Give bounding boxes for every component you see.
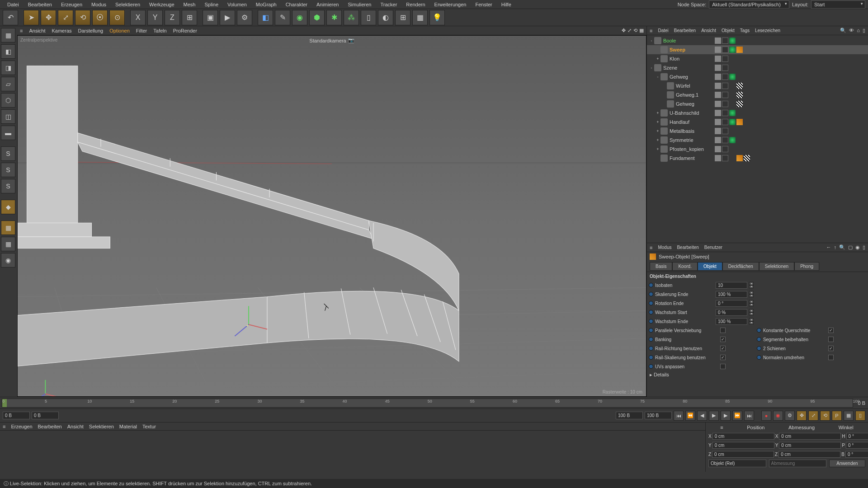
coord-pos-input[interactable] — [712, 433, 774, 440]
tree-item-label[interactable]: Symmetrie — [670, 137, 693, 143]
tree-item-label[interactable]: Sweep — [670, 47, 685, 52]
coord-size-mode-dropdown[interactable]: Abmessung — [769, 460, 827, 467]
record-button[interactable]: ● — [761, 411, 771, 421]
viewport[interactable]: Zentralperspektive Standardkamera 📷 Rast… — [17, 35, 646, 397]
point-mode-button[interactable]: ⬡ — [1, 93, 15, 108]
tree-item-gehweg[interactable]: - Gehweg — [647, 72, 868, 81]
coord-system-toggle[interactable]: ⊞ — [182, 10, 197, 25]
tag-layer[interactable] — [715, 101, 721, 107]
vp-toggle-icon[interactable]: ▦ — [639, 28, 644, 33]
tree-item-metallbasis[interactable]: + Metallbasis — [647, 127, 868, 136]
coord-pos-input[interactable] — [712, 442, 774, 449]
tag-layer[interactable] — [715, 47, 721, 53]
tag-dots[interactable] — [722, 128, 728, 134]
filter-icon[interactable]: 👁 — [849, 28, 854, 33]
menu-bearbeiten[interactable]: Bearbeiten — [24, 2, 57, 7]
om-menu-datei[interactable]: Datei — [658, 28, 668, 33]
tree-item-label[interactable]: Klon — [670, 56, 679, 61]
menu-selektieren[interactable]: Selektieren — [111, 2, 145, 7]
vp-move-icon[interactable]: ✥ — [622, 28, 626, 33]
attr-tab-basis[interactable]: Basis — [650, 262, 672, 271]
move-tool[interactable]: ✥ — [41, 10, 56, 25]
menu-werkzeuge[interactable]: Werkzeuge — [145, 2, 179, 7]
mat-menu-ansicht[interactable]: Ansicht — [67, 424, 84, 429]
checkbox[interactable] — [720, 337, 726, 342]
vp-menu-prorender[interactable]: ProRender — [173, 28, 197, 33]
param-dot-icon[interactable] — [757, 337, 761, 342]
tag-layer[interactable] — [715, 110, 721, 116]
spinner[interactable]: ▴▾ — [749, 291, 754, 297]
attr-tab-selektionen[interactable]: Selektionen — [759, 262, 794, 271]
snap-settings-button[interactable]: S — [1, 179, 15, 193]
menu-rendern[interactable]: Rendern — [401, 2, 429, 7]
tree-item-szene[interactable]: - Szene — [647, 63, 868, 72]
tag-dots[interactable] — [722, 38, 728, 44]
coord-angle-input[interactable] — [846, 433, 868, 440]
menu-erweiterungen[interactable]: Erweiterungen — [430, 2, 471, 7]
tag-dots[interactable] — [722, 146, 728, 152]
tag-chk[interactable] — [729, 47, 736, 53]
attr-value-input[interactable] — [716, 318, 747, 325]
om-menu-bearbeiten[interactable]: Bearbeiten — [674, 28, 696, 33]
vp-menu-filter[interactable]: Filter — [136, 28, 147, 33]
checkbox[interactable] — [720, 355, 726, 360]
param-dot-icon[interactable] — [649, 346, 653, 351]
attr-details-toggle[interactable]: ▸ Details — [647, 371, 868, 379]
attr-value-input[interactable] — [716, 300, 747, 307]
object-tree[interactable]: - Boole Sweep + Klon - Szene - Gehweg Wü… — [647, 35, 868, 243]
history-tool[interactable]: ⊙ — [109, 10, 125, 25]
menu-simulieren[interactable]: Simulieren — [344, 2, 376, 7]
om-menu-tags[interactable]: Tags — [740, 28, 750, 33]
viewport-solo-button[interactable]: ◆ — [1, 200, 15, 214]
tag-dots[interactable] — [722, 56, 728, 62]
tag-dots[interactable] — [722, 110, 728, 116]
tree-item-würfel[interactable]: Würfel — [647, 81, 868, 90]
expand-icon[interactable]: + — [655, 120, 660, 124]
menu-hilfe[interactable]: Hilfe — [497, 2, 516, 7]
node-space-dropdown[interactable]: Aktuell (Standard/Physikalisch) — [709, 0, 789, 9]
tweak-mode-button[interactable]: ▦ — [1, 221, 15, 235]
checkbox[interactable] — [828, 346, 834, 351]
expand-icon[interactable]: - — [649, 38, 654, 43]
attr-menu-benutzer[interactable]: Benutzer — [704, 245, 722, 250]
menu-mesh[interactable]: Mesh — [179, 2, 200, 7]
tag-layer[interactable] — [715, 137, 721, 143]
attr-value-input[interactable] — [716, 282, 747, 289]
spinner[interactable]: ▴▾ — [749, 282, 754, 288]
render-view-button[interactable]: ▣ — [203, 10, 218, 25]
coord-pos-input[interactable] — [712, 451, 774, 458]
add-light-button[interactable]: ◐ — [378, 10, 393, 25]
edge-mode-button[interactable]: ◫ — [1, 109, 15, 124]
model-mode-button[interactable]: ◧ — [1, 44, 15, 59]
checkbox[interactable] — [828, 337, 834, 342]
tag-dots[interactable] — [722, 65, 728, 71]
viewport-camera-label[interactable]: Standardkamera 📷 — [309, 38, 354, 43]
panel-handle-icon[interactable]: ≡ — [20, 28, 23, 33]
tag-dots[interactable] — [722, 101, 728, 107]
up-icon[interactable]: ↑ — [834, 244, 837, 250]
attr-menu-modus[interactable]: Modus — [658, 245, 671, 250]
menu-fenster[interactable]: Fenster — [471, 2, 496, 7]
workplane-mode-button[interactable]: ▱ — [1, 77, 15, 91]
tag-dots[interactable] — [722, 137, 728, 143]
attr-tab-objekt[interactable]: Objekt — [698, 262, 722, 271]
tag-dots[interactable] — [722, 83, 728, 89]
tag-chk[interactable] — [729, 38, 736, 44]
panel-handle-icon[interactable]: ≡ — [650, 28, 652, 33]
key-scale-button[interactable]: ⤢ — [808, 411, 818, 421]
texture-mode-button[interactable]: ◨ — [1, 61, 15, 75]
key-pos-button[interactable]: ✥ — [797, 411, 807, 421]
bookmark-icon[interactable]: ▯ — [863, 28, 865, 33]
axis-y-toggle[interactable]: Y — [147, 10, 163, 25]
menu-modus[interactable]: Modus — [87, 2, 111, 7]
tag-layer[interactable] — [715, 56, 721, 62]
layout-dropdown[interactable]: Start — [811, 0, 865, 9]
vp-menu-darstellung[interactable]: Darstellung — [78, 28, 104, 33]
polygon-mode-button[interactable]: ▬ — [1, 126, 15, 140]
expand-icon[interactable]: - — [649, 66, 654, 70]
tag-layer[interactable] — [715, 83, 721, 89]
render-settings-button[interactable]: ⚙ — [237, 10, 252, 25]
tree-item-u-bahnschild[interactable]: + U-Bahnschild — [647, 108, 868, 117]
prev-key-button[interactable]: ⏪ — [685, 411, 695, 421]
key-pla-button[interactable]: ▦ — [844, 411, 854, 421]
